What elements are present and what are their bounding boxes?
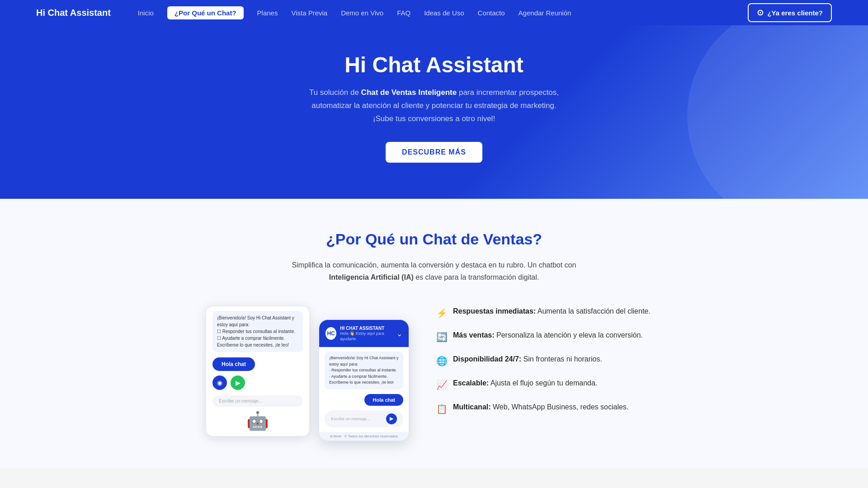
chat-send-button[interactable]: ▶ <box>386 413 397 424</box>
nav-link-planes[interactable]: Planes <box>257 9 278 17</box>
chat-expand-icon[interactable]: ⌄ <box>396 329 402 338</box>
navbar: Hi Chat Assistant Inicio¿Por Qué un Chat… <box>0 0 868 25</box>
feature-item-3: 📈Escalable: Ajusta el flujo según tu dem… <box>436 378 662 392</box>
chat-input-small[interactable]: Escribe un mensaje... <box>212 395 303 407</box>
feature-item-0: ⚡Respuestas inmediatas: Aumenta la satis… <box>436 306 662 320</box>
chat-hola-button-small[interactable]: Hola chat <box>212 357 255 371</box>
hero-title: Hi Chat Assistant <box>344 52 524 77</box>
feature-icon-3: 📈 <box>436 378 448 392</box>
features-list: ⚡Respuestas inmediatas: Aumenta la satis… <box>436 306 662 426</box>
feature-text-2: Disponibilidad 24/7: Sin fronteras ni ho… <box>453 354 602 365</box>
chat-mockup-small: ¡Bienvenido/a! Soy Hi Chat Assistant y e… <box>206 306 310 436</box>
nav-link-vista-previa[interactable]: Vista Previa <box>291 9 327 17</box>
feature-text-4: Multicanal: Web, WhatsApp Business, rede… <box>453 402 628 413</box>
chat-mockup-small-body: ¡Bienvenido/a! Soy Hi Chat Assistant y e… <box>206 306 309 436</box>
navbar-cta-label: ¿Ya eres cliente? <box>767 9 823 17</box>
hero-section: Hi Chat Assistant Tu solución de Chat de… <box>0 25 868 199</box>
hero-subtitle-before: Tu solución de <box>309 88 361 97</box>
nav-link-por-que[interactable]: ¿Por Qué un Chat? <box>167 6 244 19</box>
nav-link-contacto[interactable]: Contacto <box>478 9 505 17</box>
navbar-nav: Inicio¿Por Qué un Chat?PlanesVista Previ… <box>138 6 748 19</box>
chat-icon-row: ◉ ▶ <box>212 375 303 390</box>
nav-link-agendar[interactable]: Agendar Reunión <box>519 9 571 17</box>
why-subtitle-bold: Inteligencia Artificial (IA) <box>329 273 414 281</box>
hero-subtitle-bold: Chat de Ventas Inteligente <box>361 88 457 97</box>
nav-link-faq[interactable]: FAQ <box>397 9 410 17</box>
chat-avatar: HC <box>326 327 336 340</box>
why-section: ¿Por Qué un Chat de Ventas? Simplifica l… <box>0 199 868 468</box>
feature-icon-2: 🌐 <box>436 354 448 368</box>
feature-icon-4: 📋 <box>436 402 448 416</box>
feature-text-0: Respuestas inmediatas: Aumenta la satisf… <box>453 306 651 317</box>
chat-robot-icon: 🤖 <box>212 410 303 432</box>
chat-large-header: HC HI CHAT ASSISTANT Hola 👋 Estoy aquí p… <box>319 320 409 347</box>
feature-item-4: 📋Multicanal: Web, WhatsApp Business, red… <box>436 402 662 416</box>
feature-icon-1: 🔄 <box>436 330 448 344</box>
chat-header-text: HI CHAT ASSISTANT Hola 👋 Estoy aquí para… <box>340 325 393 342</box>
hero-discover-button[interactable]: DESCUBRE MÁS <box>386 142 482 163</box>
chat-input-placeholder: Escribe un mensaje... <box>331 417 370 421</box>
nav-link-ideas[interactable]: Ideas de Uso <box>424 9 464 17</box>
why-subtitle-before: Simplifica la comunicación, aumenta la c… <box>292 261 576 269</box>
chat-icon-robot: ◉ <box>212 375 227 390</box>
chat-large-body: ¡Bienvenido/a! Soy Hi Chat Assistant y e… <box>319 347 409 432</box>
feature-icon-0: ⚡ <box>436 306 448 320</box>
hero-subtitle: Tu solución de Chat de Ventas Inteligent… <box>307 86 561 126</box>
chat-mockups: ¡Bienvenido/a! Soy Hi Chat Assistant y e… <box>206 306 409 441</box>
navbar-brand: Hi Chat Assistant <box>36 8 111 18</box>
why-title: ¿Por Qué un Chat de Ventas? <box>54 230 814 248</box>
nav-link-inicio[interactable]: Inicio <box>138 9 154 17</box>
chat-input-large[interactable]: Escribe un mensaje... ▶ <box>325 410 403 427</box>
chat-bubble-large: ¡Bienvenido/a! Soy Hi Chat Assistant y e… <box>325 352 403 389</box>
feature-item-2: 🌐Disponibilidad 24/7: Sin fronteras ni h… <box>436 354 662 368</box>
chat-footer: hi fénix · © Todos los derechos reservad… <box>319 432 409 441</box>
chat-hola-button-large[interactable]: Hola chat <box>364 394 403 406</box>
why-content: ¡Bienvenido/a! Soy Hi Chat Assistant y e… <box>54 306 814 441</box>
chat-icon-send: ▶ <box>231 375 245 390</box>
chat-mockup-large: HC HI CHAT ASSISTANT Hola 👋 Estoy aquí p… <box>319 319 409 441</box>
feature-text-3: Escalable: Ajusta el flujo según tu dema… <box>453 378 597 389</box>
user-icon: ⊙ <box>757 8 764 18</box>
navbar-cta-button[interactable]: ⊙ ¿Ya eres cliente? <box>748 3 832 22</box>
why-subtitle-after: es clave para la transformación digital. <box>414 273 539 281</box>
chat-bubble-small: ¡Bienvenido/a! Soy Hi Chat Assistant y e… <box>212 311 303 352</box>
nav-link-demo[interactable]: Demo en Vivo <box>341 9 383 17</box>
why-subtitle: Simplifica la comunicación, aumenta la c… <box>289 259 579 283</box>
feature-item-1: 🔄Más ventas: Personaliza la atención y e… <box>436 330 662 344</box>
feature-text-1: Más ventas: Personaliza la atención y el… <box>453 330 643 341</box>
